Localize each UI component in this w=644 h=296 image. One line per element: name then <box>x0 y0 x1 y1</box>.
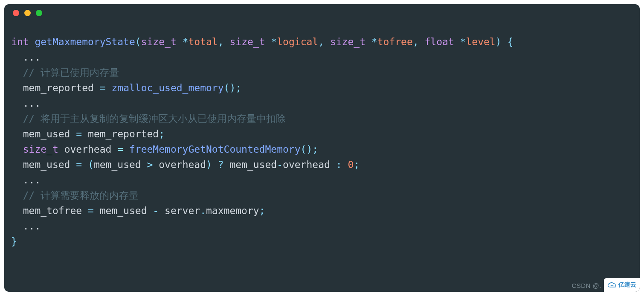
type-size_t: size_t <box>141 36 177 47</box>
comment-line: // 将用于主从复制的复制缓冲区大小从已使用内存量中扣除 <box>11 113 286 124</box>
ident: mem_tofree <box>11 205 88 216</box>
comment-line: // 计算已使用内存量 <box>11 67 119 78</box>
minimize-icon[interactable] <box>24 10 31 16</box>
svg-point-0 <box>611 285 612 286</box>
ident: server <box>159 205 200 216</box>
space <box>106 82 112 93</box>
ident: overhead <box>153 159 206 170</box>
type-size_t: size_t <box>229 36 265 47</box>
comma: , <box>413 36 425 47</box>
space <box>82 159 88 170</box>
equals: = <box>88 205 94 216</box>
number-zero: 0 <box>348 159 354 170</box>
paren-open: ( <box>135 36 141 47</box>
ident: mem_used <box>94 205 153 216</box>
star: * <box>460 36 466 47</box>
semicolon: ; <box>159 128 165 139</box>
ident: mem_used <box>94 159 147 170</box>
csdn-watermark: CSDN @. <box>571 282 601 289</box>
window-titlebar <box>4 4 640 21</box>
type-float: float <box>425 36 454 47</box>
parens: () <box>301 144 313 155</box>
equals: = <box>117 144 123 155</box>
semicolon: ; <box>235 82 241 93</box>
param-level: level <box>466 36 495 47</box>
ellipsis: ... <box>11 52 41 63</box>
paren-close-brace: ) { <box>496 36 513 47</box>
comma: , <box>218 36 230 47</box>
ellipsis: ... <box>11 221 41 232</box>
parens: () <box>224 82 236 93</box>
ident: overhead <box>283 159 336 170</box>
space <box>123 144 129 155</box>
close-icon[interactable] <box>13 10 19 16</box>
comma: , <box>318 36 330 47</box>
paren-close: ) <box>206 159 212 170</box>
maximize-icon[interactable] <box>36 10 42 16</box>
star: * <box>271 36 277 47</box>
colon: : <box>336 159 342 170</box>
ident: mem_used <box>11 128 76 139</box>
ternary-q: ? <box>212 159 230 170</box>
minus: - <box>277 159 283 170</box>
space <box>342 159 348 170</box>
type-size_t: size_t <box>11 144 58 155</box>
property: maxmemory <box>206 205 259 216</box>
code-window: int getMaxmemoryState(size_t *total, siz… <box>4 4 640 292</box>
ellipsis: ... <box>11 174 41 186</box>
badge-text: 亿速云 <box>618 281 636 289</box>
equals: = <box>76 159 82 170</box>
paren-open: ( <box>88 159 94 170</box>
ident: mem_used <box>11 159 76 170</box>
ident: mem_reported <box>82 128 159 139</box>
svg-point-1 <box>612 285 614 286</box>
cloud-icon <box>607 281 617 288</box>
type-size_t: size_t <box>330 36 366 47</box>
call-zmalloc: zmalloc_used_memory <box>111 82 223 93</box>
comment-line: // 计算需要释放的内存量 <box>11 190 139 201</box>
star: * <box>371 36 377 47</box>
param-logical: logical <box>277 36 318 47</box>
ellipsis: ... <box>11 98 41 109</box>
equals: = <box>100 82 106 93</box>
ident: mem_used <box>229 159 277 170</box>
yisu-badge: 亿速云 <box>604 278 640 292</box>
ident: overhead <box>58 144 117 155</box>
equals: = <box>76 128 82 139</box>
semicolon: ; <box>354 159 360 170</box>
function-name: getMaxmemoryState <box>35 36 135 47</box>
semicolon: ; <box>259 205 265 216</box>
param-total: total <box>188 36 218 47</box>
star: * <box>183 36 189 47</box>
dot: . <box>200 205 206 216</box>
keyword-int: int <box>11 36 29 47</box>
minus: - <box>153 205 159 216</box>
ident: mem_reported <box>11 82 100 93</box>
param-tofree: tofree <box>377 36 413 47</box>
semicolon: ; <box>312 144 318 155</box>
brace-close: } <box>11 236 17 247</box>
call-freemem: freeMemoryGetNotCountedMemory <box>129 144 301 155</box>
gt: > <box>147 159 153 170</box>
code-block: int getMaxmemoryState(size_t *total, siz… <box>4 21 640 253</box>
